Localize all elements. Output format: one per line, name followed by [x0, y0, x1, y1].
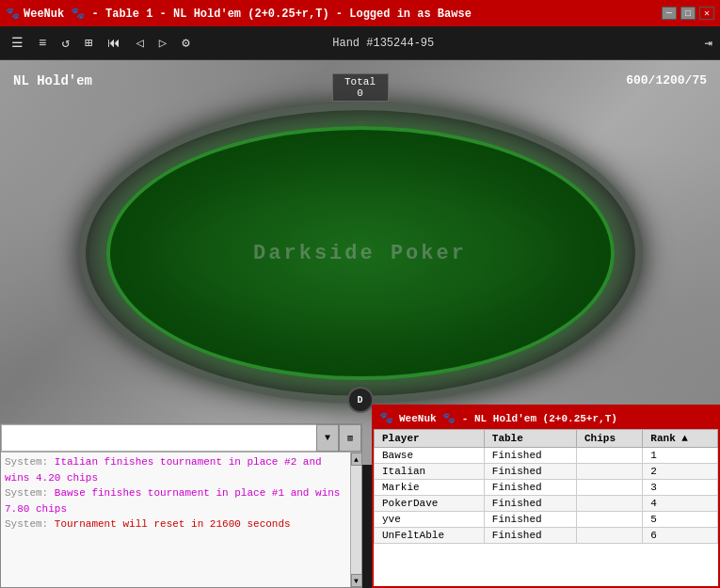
next-icon[interactable]: ▷ [155, 33, 170, 53]
title-bar: 🐾 WeeNuk 🐾 - Table 1 - NL Hold'em (2+0.2… [0, 0, 720, 26]
cell-rank: 4 [643, 496, 718, 512]
cell-chips [576, 464, 642, 480]
dealer-button: D [347, 387, 374, 413]
chat-area: ▼ ▥ System: Italian finishes tournament … [0, 423, 362, 588]
scroll-up-button[interactable]: ▲ [351, 453, 362, 466]
chat-input-row: ▼ ▥ [1, 424, 361, 453]
title-text: 🐾 WeeNuk 🐾 - Table 1 - NL Hold'em (2+0.2… [6, 7, 472, 21]
cell-table: Finished [484, 496, 576, 512]
table-row: PokerDaveFinished4 [375, 496, 718, 512]
cell-rank: 1 [643, 448, 718, 464]
tournament-tbody: BawseFinished1ItalianFinished2MarkieFini… [375, 448, 718, 544]
cell-chips [576, 512, 642, 528]
cell-chips [576, 496, 642, 512]
tournament-table: Player Table Chips Rank ▲ BawseFinished1… [374, 429, 718, 544]
blinds-label: 600/1200/75 [626, 73, 707, 87]
cell-player: PokerDave [375, 496, 485, 512]
cell-table: Finished [484, 512, 576, 528]
table-row: ItalianFinished2 [375, 464, 718, 480]
scroll-down-button[interactable]: ▼ [351, 574, 362, 587]
table-header-row: Player Table Chips Rank ▲ [375, 430, 718, 448]
cell-table: Finished [484, 528, 576, 544]
window-controls: ─ □ ✕ [662, 7, 714, 20]
cell-rank: 3 [643, 480, 718, 496]
chat-label-2: System: [5, 487, 55, 499]
chat-label-1: System: [5, 456, 55, 468]
close-button[interactable]: ✕ [699, 7, 714, 20]
exit-icon[interactable]: ⇥ [705, 35, 712, 51]
total-pot-label: Total [343, 76, 378, 87]
tournament-icon: 🐾 [379, 411, 393, 425]
cell-player: Markie [375, 480, 485, 496]
chat-message-2: System: Bawse finishes tournament in pla… [5, 485, 346, 516]
cell-chips [576, 528, 642, 544]
prev-icon[interactable]: ◁ [132, 33, 147, 53]
total-pot-value: 0 [343, 87, 378, 99]
chat-history-button[interactable]: ▥ [339, 424, 361, 452]
chat-text-3: Tournament will reset in 21600 seconds [55, 518, 291, 530]
cell-rank: 6 [643, 528, 718, 544]
chat-text-2: Bawse finishes tournament in place #1 an… [5, 487, 340, 515]
poker-table-inner: Darkside Poker [106, 126, 615, 380]
cell-rank: 5 [643, 512, 718, 528]
chat-message-1: System: Italian finishes tournament in p… [5, 454, 346, 485]
cell-player: yve [375, 512, 485, 528]
chat-message-3: System: Tournament will reset in 21600 s… [5, 516, 346, 532]
chat-input[interactable] [1, 424, 316, 452]
game-type-label: NL Hold'em [13, 73, 92, 88]
table-row: BawseFinished1 [375, 448, 718, 464]
tournament-title: WeeNuk 🐾 - NL Hold'em (2+0.25+r,T) [399, 412, 617, 424]
chat-label-3: System: [5, 518, 55, 530]
table-brand-text: Darkside Poker [253, 242, 467, 265]
chat-scrollbar: ▲ ▼ [350, 453, 361, 587]
cell-player: Bawse [375, 448, 485, 464]
poker-table-outer: Darkside Poker [78, 103, 643, 404]
options-icon[interactable]: ≡ [35, 34, 50, 53]
app-icon: 🐾 [6, 7, 20, 21]
col-rank[interactable]: Rank ▲ [643, 430, 718, 448]
tournament-window: 🐾 WeeNuk 🐾 - NL Hold'em (2+0.25+r,T) Pla… [372, 405, 720, 588]
poker-table-container: Darkside Poker [78, 103, 643, 404]
cell-chips [576, 480, 642, 496]
chat-content-row: System: Italian finishes tournament in p… [1, 453, 361, 587]
table-row: MarkieFinished3 [375, 480, 718, 496]
minimize-button[interactable]: ─ [662, 7, 677, 20]
col-chips[interactable]: Chips [576, 430, 642, 448]
grid-icon[interactable]: ⊞ [81, 33, 96, 53]
cell-table: Finished [484, 448, 576, 464]
total-pot: Total 0 [332, 73, 389, 102]
rewind-icon[interactable]: ⏮ [104, 34, 124, 53]
table-row: yveFinished5 [375, 512, 718, 528]
cell-player: UnFeltAble [375, 528, 485, 544]
window-title: WeeNuk 🐾 - Table 1 - NL Hold'em (2+0.25+… [24, 7, 472, 21]
refresh-icon[interactable]: ↺ [57, 33, 72, 53]
chat-scroll-down-button[interactable]: ▼ [316, 424, 339, 452]
cell-rank: 2 [643, 464, 718, 480]
cell-table: Finished [484, 464, 576, 480]
toolbar: ☰ ≡ ↺ ⊞ ⏮ ◁ ▷ ⚙ Hand #135244-95 ⇥ [0, 26, 720, 60]
cell-chips [576, 448, 642, 464]
cell-player: Italian [375, 464, 485, 480]
tournament-titlebar: 🐾 WeeNuk 🐾 - NL Hold'em (2+0.25+r,T) [374, 406, 718, 429]
cell-table: Finished [484, 480, 576, 496]
hand-number: Hand #135244-95 [332, 37, 434, 50]
table-row: UnFeltAbleFinished6 [375, 528, 718, 544]
col-table[interactable]: Table [484, 430, 576, 448]
col-player[interactable]: Player [375, 430, 485, 448]
menu-icon[interactable]: ☰ [8, 33, 27, 53]
chat-messages: System: Italian finishes tournament in p… [1, 453, 350, 587]
maximize-button[interactable]: □ [680, 7, 696, 20]
settings-icon[interactable]: ⚙ [178, 33, 193, 53]
